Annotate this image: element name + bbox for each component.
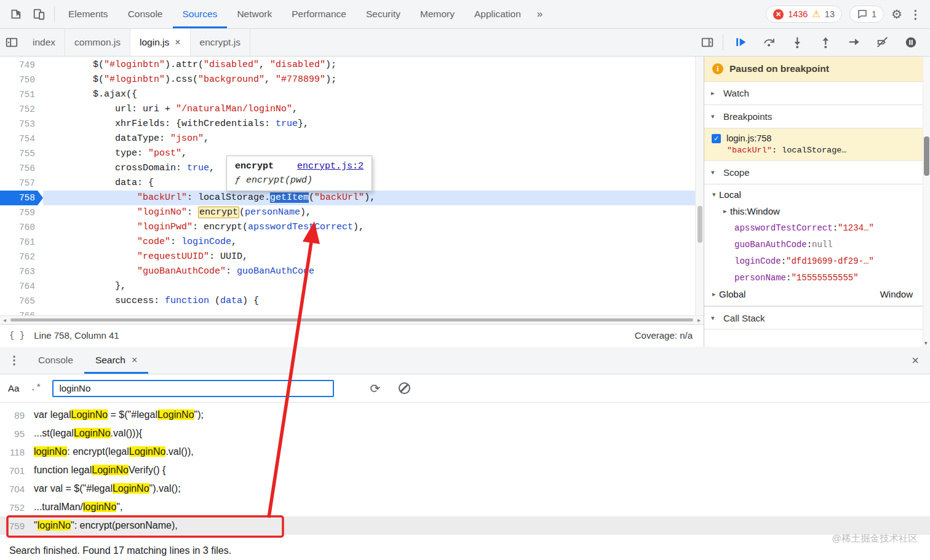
watch-label: Watch bbox=[723, 88, 749, 98]
result-line-number: 118 bbox=[0, 447, 34, 457]
line-number[interactable]: 763 bbox=[0, 264, 43, 279]
inspect-element-icon[interactable] bbox=[4, 0, 27, 28]
line-number[interactable]: 754 bbox=[0, 132, 43, 146]
code-line-766: 766 bbox=[0, 309, 704, 315]
drawer-tab-search[interactable]: Search × bbox=[84, 347, 148, 374]
tab-sources[interactable]: Sources bbox=[173, 0, 228, 28]
resume-script-icon[interactable] bbox=[727, 32, 755, 53]
search-input[interactable] bbox=[52, 380, 334, 397]
scope-variable-guoBanAuthCode[interactable]: guoBanAuthCode: null bbox=[704, 236, 930, 253]
editor-horizontal-scrollbar[interactable]: ◂ ▸ bbox=[0, 315, 704, 324]
scroll-down-icon[interactable]: ▾ bbox=[924, 340, 928, 346]
search-result-row[interactable]: 759"loginNo": encrypt(personName), bbox=[0, 516, 930, 535]
line-number[interactable]: 752 bbox=[0, 102, 43, 117]
close-drawer-icon[interactable]: × bbox=[900, 347, 930, 374]
search-result-row[interactable]: 701function legalLoginNoVerify() { bbox=[0, 461, 930, 479]
scroll-left-icon[interactable]: ◂ bbox=[3, 317, 6, 323]
more-tabs-icon[interactable]: » bbox=[531, 0, 549, 28]
line-number[interactable]: 749 bbox=[0, 58, 43, 73]
scope-variable-personName[interactable]: personName: "15555555555" bbox=[704, 269, 930, 286]
editor-vertical-scrollbar[interactable] bbox=[695, 57, 704, 315]
issues-badge[interactable]: ✕ 1436 ⚠ 13 bbox=[766, 6, 842, 23]
file-tab-encrypt-js[interactable]: encrypt.js bbox=[191, 29, 250, 56]
breakpoints-section-header[interactable]: ▾ Breakpoints bbox=[704, 105, 930, 128]
line-number[interactable]: 755 bbox=[0, 146, 43, 161]
code-text: crossDomain: true, bbox=[43, 161, 704, 176]
deactivate-breakpoints-icon[interactable] bbox=[868, 32, 897, 53]
chat-bubble-icon bbox=[857, 9, 868, 20]
sources-file-bar: index common.js login.js × encrypt.js bbox=[0, 29, 930, 57]
breakpoint-checkbox[interactable]: ✓ bbox=[712, 134, 721, 143]
tab-elements[interactable]: Elements bbox=[58, 0, 118, 28]
tooltip-source-link[interactable]: encrypt.js:2 bbox=[297, 161, 364, 172]
line-number[interactable]: 764 bbox=[0, 279, 43, 294]
scope-this-entry[interactable]: ▸ this: Window bbox=[704, 203, 930, 219]
line-number[interactable]: 760 bbox=[0, 220, 43, 235]
line-number[interactable]: 756 bbox=[0, 161, 43, 176]
watch-section-header[interactable]: ▸ Watch bbox=[704, 82, 930, 105]
scrollbar-thumb[interactable] bbox=[924, 136, 929, 176]
scrollbar-thumb[interactable] bbox=[698, 206, 702, 243]
search-result-row[interactable]: 95...st(legalLoginNo.val())){ bbox=[0, 424, 930, 443]
tab-network[interactable]: Network bbox=[227, 0, 282, 28]
scope-variable-loginCode[interactable]: loginCode: "dfd19699-df29-…" bbox=[704, 253, 930, 269]
regex-toggle[interactable]: .* bbox=[30, 383, 41, 393]
tab-security[interactable]: Security bbox=[356, 0, 410, 28]
sources-main: 749 $("#loginbtn").attr("disabled", "dis… bbox=[0, 57, 930, 347]
close-tab-icon[interactable]: × bbox=[175, 37, 180, 48]
debugger-sidebar: i Paused on breakpoint ▸ Watch ▾ Breakpo… bbox=[704, 57, 930, 347]
scroll-right-icon[interactable]: ▸ bbox=[698, 317, 701, 323]
call-stack-section-header[interactable]: ▾ Call Stack bbox=[704, 306, 930, 329]
settings-gear-icon[interactable]: ⚙ bbox=[891, 7, 902, 22]
result-text: loginNo: encrypt(legalLoginNo.val()), bbox=[34, 446, 194, 457]
line-number[interactable]: 750 bbox=[0, 73, 43, 87]
drawer-menu-icon[interactable]: ⋮ bbox=[0, 347, 27, 374]
line-number[interactable]: 759 bbox=[0, 205, 43, 220]
drawer-tab-console[interactable]: Console bbox=[27, 347, 84, 374]
close-search-tab-icon[interactable]: × bbox=[132, 355, 137, 366]
tab-performance[interactable]: Performance bbox=[282, 0, 356, 28]
line-number[interactable]: 757 bbox=[0, 176, 43, 191]
pause-on-exceptions-icon[interactable] bbox=[897, 32, 925, 53]
search-result-row[interactable]: 704var val = $("#legalLoginNo").val(); bbox=[0, 479, 930, 498]
breakpoint-entry[interactable]: ✓ login.js:758 "backUrl": localStorage… bbox=[704, 128, 930, 161]
scope-global-group[interactable]: ▸ Global Window bbox=[704, 286, 930, 302]
more-options-icon[interactable]: ⋮ bbox=[910, 7, 921, 22]
file-tab-common-js[interactable]: common.js bbox=[65, 29, 130, 56]
result-line-number: 752 bbox=[0, 502, 34, 513]
line-number[interactable]: 761 bbox=[0, 235, 43, 250]
file-tab-login-js[interactable]: login.js × bbox=[130, 29, 191, 56]
scope-variable-apsswordTestCorrect[interactable]: apsswordTestCorrect: "1234…" bbox=[704, 219, 930, 236]
step-into-icon[interactable] bbox=[784, 32, 812, 53]
step-out-icon[interactable] bbox=[812, 32, 840, 53]
tab-application[interactable]: Application bbox=[464, 0, 531, 28]
tab-console[interactable]: Console bbox=[118, 0, 173, 28]
device-toolbar-icon[interactable] bbox=[27, 0, 50, 28]
scope-local-group[interactable]: ▾ Local bbox=[704, 186, 930, 203]
line-number[interactable]: 758 bbox=[0, 191, 43, 205]
file-tab-index[interactable]: index bbox=[23, 29, 65, 56]
clear-search-icon[interactable] bbox=[399, 382, 410, 394]
pretty-print-icon[interactable]: { } bbox=[0, 331, 34, 341]
line-number[interactable]: 765 bbox=[0, 294, 43, 309]
line-number[interactable]: 766 bbox=[0, 309, 43, 315]
search-result-row[interactable]: 118loginNo: encrypt(legalLoginNo.val()), bbox=[0, 443, 930, 461]
line-number[interactable]: 762 bbox=[0, 250, 43, 264]
toggle-navigator-icon[interactable] bbox=[0, 29, 23, 56]
scope-section-header[interactable]: ▾ Scope bbox=[704, 161, 930, 184]
line-number[interactable]: 751 bbox=[0, 87, 43, 102]
toggle-debugger-sidebar-icon[interactable] bbox=[696, 36, 719, 49]
step-over-icon[interactable] bbox=[755, 32, 784, 53]
messages-badge[interactable]: 1 bbox=[849, 6, 884, 23]
scrollbar-thumb[interactable] bbox=[10, 318, 693, 321]
step-icon[interactable] bbox=[840, 32, 868, 53]
info-icon: i bbox=[712, 63, 723, 74]
refresh-search-icon[interactable]: ⟳ bbox=[370, 381, 380, 396]
breakpoint-location: login.js:758 bbox=[726, 133, 771, 143]
sidebar-scrollbar[interactable]: ▾ bbox=[923, 57, 930, 347]
search-result-row[interactable]: 752...turalMan/loginNo", bbox=[0, 498, 930, 516]
line-number[interactable]: 753 bbox=[0, 117, 43, 132]
match-case-toggle[interactable]: Aa bbox=[8, 383, 19, 393]
tab-memory[interactable]: Memory bbox=[410, 0, 464, 28]
search-result-row[interactable]: 89var legalLoginNo = $("#legalLoginNo"); bbox=[0, 406, 930, 424]
